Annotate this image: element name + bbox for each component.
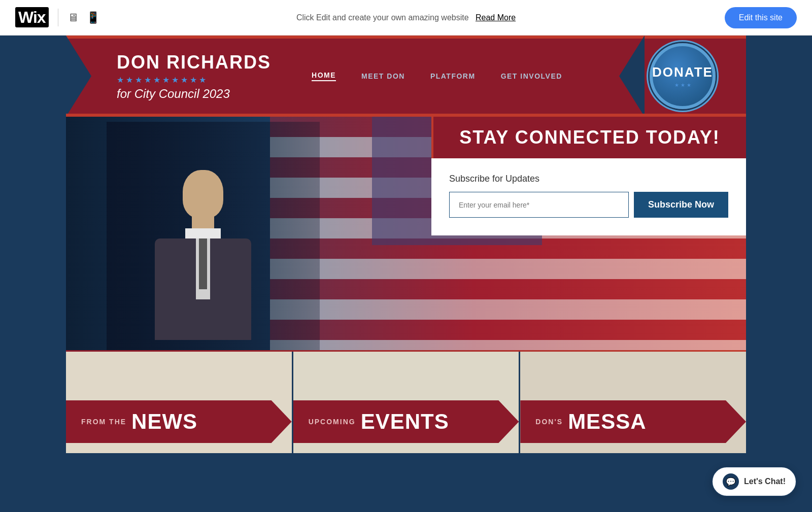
message-small-label: DON'S <box>535 418 563 426</box>
chat-label: Let's Chat! <box>744 477 786 486</box>
events-banner: UPCOMING EVENTS <box>293 400 519 443</box>
bottom-card-message[interactable]: DON'S MESSA <box>520 352 746 453</box>
star-5: ★ <box>153 75 160 85</box>
star-6: ★ <box>162 75 170 85</box>
message-banner-inner: DON'S MESSA <box>520 400 746 443</box>
star-10: ★ <box>199 75 206 85</box>
bottom-card-events[interactable]: UPCOMING EVENTS <box>292 352 521 453</box>
star-8: ★ <box>181 75 188 85</box>
banner-left-arrow <box>66 36 91 117</box>
star-2: ★ <box>126 75 133 85</box>
wix-right-actions: Edit this site <box>725 7 797 28</box>
chat-icon: 💬 <box>723 473 739 490</box>
news-small-label: FROM THE <box>81 418 126 426</box>
subscription-form: Subscribe for Updates Subscribe Now <box>431 158 746 235</box>
nav-platform[interactable]: PLATFORM <box>430 72 476 80</box>
stay-connected-header: STAY CONNECTED TODAY! <box>431 117 746 158</box>
events-large-label: EVENTS <box>361 409 449 434</box>
donate-star-3: ★ <box>687 82 691 88</box>
message-large-label: MESSA <box>568 409 646 434</box>
bottom-card-news[interactable]: FROM THE NEWS <box>66 352 292 453</box>
header-banner: DON RICHARDS ★ ★ ★ ★ ★ ★ ★ ★ ★ ★ for Cit… <box>66 36 746 117</box>
nav-meet-don[interactable]: MEET DON <box>361 72 405 80</box>
subscribe-button[interactable]: Subscribe Now <box>634 192 728 218</box>
candidate-name: DON RICHARDS <box>117 52 271 73</box>
person-suit <box>155 238 251 340</box>
donate-label: DONATE <box>652 64 713 80</box>
star-9: ★ <box>190 75 197 85</box>
email-input[interactable] <box>449 192 629 218</box>
wix-toolbar: Wix 🖥 📱 Click Edit and create your own a… <box>0 0 812 36</box>
events-banner-inner: UPCOMING EVENTS <box>293 400 519 443</box>
form-row: Subscribe Now <box>449 192 728 218</box>
news-large-label: NEWS <box>131 409 197 434</box>
wix-logo[interactable]: Wix <box>15 8 49 27</box>
star-3: ★ <box>135 75 142 85</box>
stars-row: ★ ★ ★ ★ ★ ★ ★ ★ ★ ★ <box>117 75 271 85</box>
person-tie <box>199 238 207 289</box>
star-7: ★ <box>172 75 179 85</box>
nav-home[interactable]: HOME <box>312 71 336 81</box>
desktop-icon[interactable]: 🖥 <box>67 11 79 24</box>
message-banner: DON'S MESSA <box>520 400 746 443</box>
mobile-icon[interactable]: 📱 <box>86 11 100 24</box>
donate-badge[interactable]: DONATE ★ ★ ★ <box>650 43 716 109</box>
form-label: Subscribe for Updates <box>449 174 728 184</box>
site-wrapper: DON RICHARDS ★ ★ ★ ★ ★ ★ ★ ★ ★ ★ for Cit… <box>0 36 812 453</box>
candidate-subtitle: for City Council 2023 <box>117 87 271 101</box>
main-nav: HOME MEET DON PLATFORM GET INVOLVED <box>312 71 562 81</box>
donate-star-1: ★ <box>674 82 679 88</box>
read-more-link[interactable]: Read More <box>476 13 516 22</box>
stay-connected-title: STAY CONNECTED TODAY! <box>449 127 731 148</box>
hero-section: STAY CONNECTED TODAY! Subscribe for Upda… <box>66 117 746 350</box>
bottom-section: FROM THE NEWS UPCOMING EVENTS DON'S MESS <box>66 352 746 453</box>
events-small-label: UPCOMING <box>309 418 356 426</box>
hero-person-area <box>107 122 320 350</box>
stay-connected-box: STAY CONNECTED TODAY! Subscribe for Upda… <box>431 117 746 235</box>
candidate-info: DON RICHARDS ★ ★ ★ ★ ★ ★ ★ ★ ★ ★ for Cit… <box>117 52 271 101</box>
donate-stars: ★ ★ ★ <box>674 82 691 88</box>
news-banner-inner: FROM THE NEWS <box>66 400 292 443</box>
nav-get-involved[interactable]: GET INVOLVED <box>501 72 562 80</box>
star-1: ★ <box>117 75 124 85</box>
toolbar-divider <box>58 9 58 26</box>
donate-star-2: ★ <box>681 82 685 88</box>
chat-bubble[interactable]: 💬 Let's Chat! <box>712 466 797 497</box>
device-icons: 🖥 📱 <box>67 11 100 24</box>
person-head <box>183 170 223 218</box>
banner-right-arrow <box>619 36 645 117</box>
edit-site-button[interactable]: Edit this site <box>725 7 797 28</box>
news-banner: FROM THE NEWS <box>66 400 292 443</box>
star-4: ★ <box>144 75 151 85</box>
wix-promo-text: Click Edit and create your own amazing w… <box>296 13 516 22</box>
